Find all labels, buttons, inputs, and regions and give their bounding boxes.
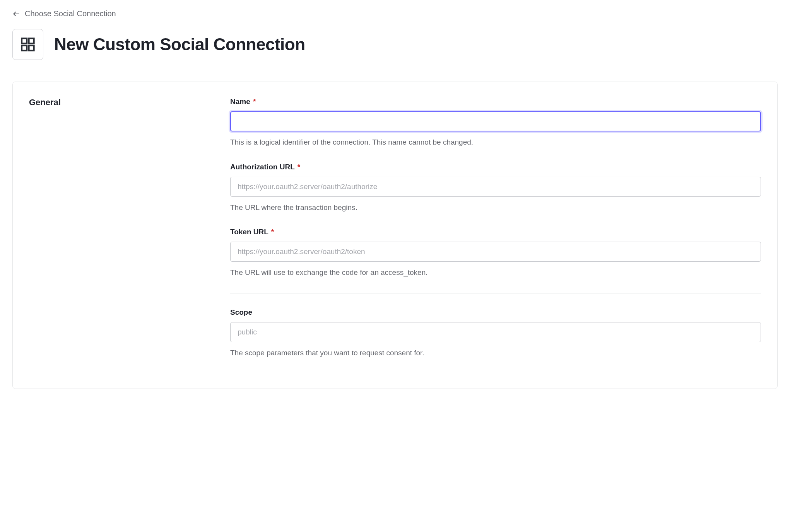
required-marker: *	[253, 97, 256, 106]
name-input[interactable]	[230, 111, 761, 131]
tokenurl-hint: The URL will use to exchange the code fo…	[230, 267, 761, 278]
svg-rect-3	[22, 46, 27, 51]
page-title: New Custom Social Connection	[54, 35, 305, 54]
scope-input[interactable]	[230, 322, 761, 342]
arrow-left-icon	[12, 10, 20, 18]
tokenurl-input[interactable]	[230, 242, 761, 262]
page-header: New Custom Social Connection	[12, 29, 778, 60]
authurl-field-group: Authorization URL * The URL where the tr…	[230, 163, 761, 213]
tokenurl-label: Token URL *	[230, 228, 761, 236]
authurl-hint: The URL where the transaction begins.	[230, 202, 761, 213]
tokenurl-field-group: Token URL * The URL will use to exchange…	[230, 228, 761, 278]
name-field-group: Name * This is a logical identifier of t…	[230, 97, 761, 148]
name-hint: This is a logical identifier of the conn…	[230, 137, 761, 148]
name-label: Name *	[230, 97, 761, 106]
scope-field-group: Scope The scope parameters that you want…	[230, 308, 761, 359]
connection-icon-box	[12, 29, 43, 60]
scope-hint: The scope parameters that you want to re…	[230, 348, 761, 359]
section-heading: General	[29, 97, 215, 107]
form-card: General Name * This is a logical identif…	[12, 82, 778, 389]
authurl-label: Authorization URL *	[230, 163, 761, 171]
grid-icon	[20, 36, 36, 53]
scope-label: Scope	[230, 308, 761, 317]
form-fields: Name * This is a logical identifier of t…	[230, 97, 761, 373]
authurl-input[interactable]	[230, 177, 761, 197]
required-marker: *	[298, 163, 300, 171]
required-marker: *	[271, 228, 274, 236]
section-label: General	[29, 97, 215, 373]
svg-rect-2	[29, 38, 34, 43]
back-link-label: Choose Social Connection	[25, 9, 116, 18]
divider	[230, 293, 761, 293]
svg-rect-4	[29, 46, 34, 51]
back-link[interactable]: Choose Social Connection	[12, 9, 116, 18]
svg-rect-1	[22, 38, 27, 43]
